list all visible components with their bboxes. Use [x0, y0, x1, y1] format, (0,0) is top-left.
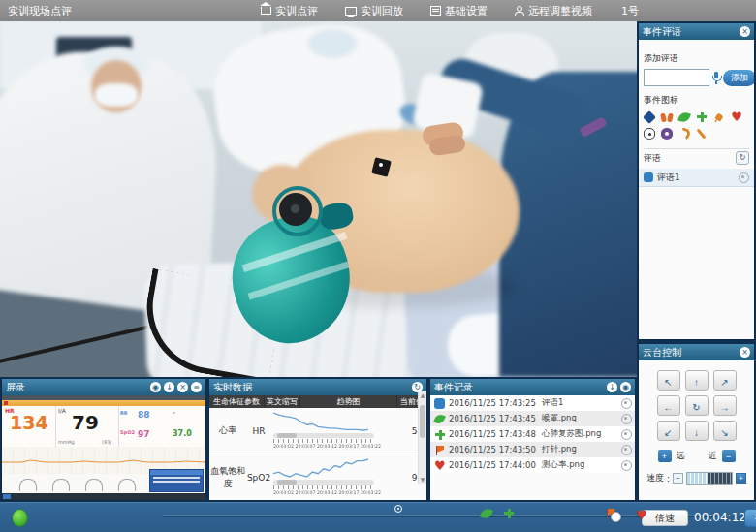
- event-time: 2016/11/25 17:43:50: [449, 445, 542, 454]
- chart-scrollbar[interactable]: [273, 480, 374, 485]
- scene-equipment-monitor: [56, 37, 132, 105]
- tab-label: 远程调整视频: [528, 4, 592, 18]
- flag-marker[interactable]: [605, 508, 616, 519]
- pan-up-button[interactable]: ↑: [685, 370, 709, 391]
- pleth-hump: [52, 479, 70, 491]
- scrollbar-thumb[interactable]: [277, 433, 297, 438]
- pan-home-button[interactable]: ↻: [685, 395, 709, 416]
- tab-replay[interactable]: 实训回放: [345, 4, 403, 18]
- scene-bvm-bag: [216, 203, 367, 357]
- delete-icon[interactable]: [621, 429, 632, 440]
- row-action-icon[interactable]: [739, 172, 749, 183]
- event-name: 评语1: [542, 397, 621, 409]
- leaf-icon: [433, 413, 446, 425]
- delete-icon[interactable]: [621, 414, 632, 424]
- live-video-feed: [0, 21, 637, 377]
- syringe-icon[interactable]: [714, 112, 723, 121]
- screenshot-button[interactable]: 截图: [744, 509, 756, 527]
- lungs-icon[interactable]: [661, 111, 673, 123]
- record-icon[interactable]: ◉: [150, 382, 161, 392]
- microphone-icon[interactable]: [711, 72, 721, 84]
- event-row[interactable]: ♥2016/11/25 17:44:00测心率.png: [430, 457, 635, 473]
- comment-list: 评语1: [639, 169, 754, 187]
- cross-marker[interactable]: [503, 508, 515, 519]
- speed-plus-button[interactable]: +: [736, 473, 746, 484]
- panel-title: 事件记录: [434, 381, 604, 394]
- collapse-icon[interactable]: ×: [740, 26, 750, 37]
- tab-settings[interactable]: 基础设置: [430, 4, 488, 18]
- cross-icon[interactable]: [696, 111, 708, 123]
- pan-left-button[interactable]: ←: [657, 395, 680, 416]
- ptz-control-panel: 云台控制 × ↖↑↗←↻→↙↓↘ + 远 近 − 速度: − +: [638, 343, 755, 501]
- main-tabs: 实训点评实训回放基础设置远程调整视频: [261, 4, 592, 18]
- speed-label: 速度: [646, 472, 664, 485]
- scene-shadow: [289, 266, 517, 308]
- comment-list-item[interactable]: 评语1: [639, 169, 754, 187]
- pan-up-left-button[interactable]: ↖: [657, 370, 680, 391]
- delete-icon[interactable]: [621, 398, 632, 409]
- event-row[interactable]: 2016/11/25 17:43:45喉罩.png: [430, 411, 635, 426]
- playback-speed-button[interactable]: 倍速: [642, 510, 688, 526]
- top-bar: 实训现场点评 实训点评实训回放基础设置远程调整视频 1号: [0, 0, 756, 21]
- pupil-icon[interactable]: [661, 128, 673, 140]
- speed-slider[interactable]: [686, 472, 733, 485]
- scene-mask-valve: [291, 204, 299, 213]
- pan-down-left-button[interactable]: ↙: [657, 421, 680, 441]
- panel-title: 事件评语: [643, 25, 737, 39]
- monitor-taskbar: [2, 493, 205, 500]
- timeline-track[interactable]: [163, 516, 715, 517]
- zoom-in-button[interactable]: +: [658, 450, 672, 462]
- tab-user[interactable]: 远程调整视频: [515, 4, 592, 18]
- realtime-rows: 心率HR20:03:02 20:03:07 20:03:12 20:03:17 …: [209, 408, 426, 500]
- pan-down-button[interactable]: ↓: [685, 421, 709, 441]
- far-label: 远: [677, 450, 685, 462]
- menu-icon[interactable]: ≡: [191, 382, 202, 392]
- eye-icon[interactable]: [644, 128, 655, 140]
- scene-blue-drape: [401, 231, 637, 377]
- speed-minus-button[interactable]: −: [673, 473, 683, 484]
- spo2-value: 97: [138, 429, 150, 439]
- collapse-icon[interactable]: ×: [740, 347, 750, 358]
- scene-surgical-cap-2: [308, 29, 357, 58]
- leaf-icon[interactable]: [677, 110, 691, 124]
- panel-title: 屏录: [6, 381, 147, 394]
- tab-label: 实训点评: [275, 4, 318, 18]
- scene-person-blue-scrubs: [499, 72, 637, 377]
- close-icon[interactable]: ×: [177, 382, 188, 392]
- comment-input[interactable]: [644, 69, 709, 86]
- heart-icon[interactable]: ♥: [731, 111, 742, 123]
- event-row[interactable]: 2016/11/25 17:43:48心肺复苏图.png: [430, 426, 635, 442]
- delete-icon[interactable]: [621, 460, 632, 471]
- nibp-extra: (93): [102, 439, 111, 445]
- realtime-data-panel: 实时数据 ↻ 生命体征参数英文缩写趋势图当前值 心率HR20:03:02 20:…: [208, 378, 427, 501]
- heart-marker[interactable]: ♥: [636, 510, 647, 521]
- scene-surgical-cap: [83, 47, 149, 81]
- event-list: 2016/11/25 17:43:25评语12016/11/25 17:43:4…: [430, 395, 635, 473]
- pan-up-right-button[interactable]: ↗: [713, 370, 737, 391]
- vertical-scrollbar[interactable]: ▲▼: [418, 391, 426, 484]
- scene-floor: [0, 289, 166, 377]
- diamond-icon[interactable]: [643, 110, 656, 124]
- add-comment-button[interactable]: 添加: [723, 70, 755, 86]
- pan-right-button[interactable]: →: [713, 395, 737, 416]
- vital-row: 心率HR20:03:02 20:03:07 20:03:12 20:03:17 …: [209, 408, 426, 454]
- zoom-out-button[interactable]: −: [722, 450, 736, 462]
- tab-home[interactable]: 实训点评: [261, 4, 318, 18]
- event-row[interactable]: 2016/11/25 17:43:50打针.png: [430, 442, 635, 457]
- chart-scrollbar[interactable]: [273, 433, 374, 438]
- scrollbar-thumb[interactable]: [277, 480, 297, 485]
- event-row[interactable]: 2016/11/25 17:43:25评语1: [430, 395, 635, 411]
- save-icon[interactable]: ↓: [164, 382, 174, 392]
- refresh-icon[interactable]: ↻: [736, 151, 749, 165]
- spo2-label: SpO2: [120, 429, 135, 435]
- scalpel-icon[interactable]: [696, 128, 706, 139]
- arm-icon[interactable]: [677, 126, 692, 141]
- user-icon: [515, 6, 524, 16]
- save-icon[interactable]: ↓: [607, 382, 617, 392]
- info-icon: [434, 398, 445, 409]
- record-icon[interactable]: ◉: [620, 382, 631, 392]
- tab-label: 实训回放: [361, 4, 403, 18]
- cross-icon: [434, 429, 445, 440]
- delete-icon[interactable]: [621, 445, 632, 455]
- pan-down-right-button[interactable]: ↘: [713, 421, 737, 441]
